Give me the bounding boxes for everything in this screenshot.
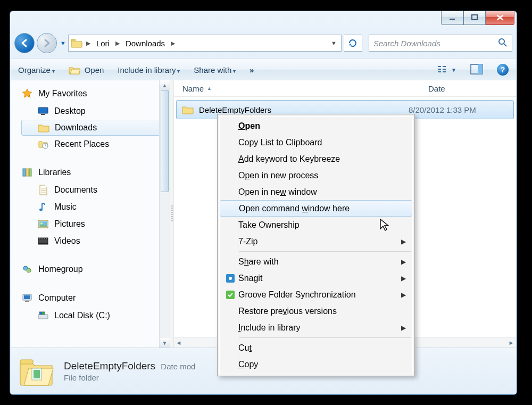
- libraries-icon: [21, 167, 33, 178]
- address-dropdown[interactable]: ▼: [331, 40, 339, 46]
- scroll-right[interactable]: ►: [506, 340, 516, 346]
- sidebar-item-downloads[interactable]: Downloads: [21, 120, 163, 136]
- context-menu-item[interactable]: Open in new process: [220, 167, 412, 184]
- svg-rect-10: [443, 71, 446, 72]
- column-headers: Name ▲ Date: [174, 80, 516, 97]
- context-menu-item[interactable]: Include in library▶: [220, 319, 412, 336]
- sidebar-item-local-disk[interactable]: Local Disk (C:): [21, 307, 170, 324]
- svg-rect-35: [38, 315, 48, 319]
- sidebar-item-recent-places[interactable]: Recent Places: [21, 136, 170, 153]
- svg-point-3: [499, 39, 504, 44]
- svg-point-19: [39, 209, 43, 211]
- back-button[interactable]: [14, 33, 35, 53]
- sidebar-item-videos[interactable]: Videos: [21, 233, 170, 250]
- context-menu-item[interactable]: Groove Folder Synchronization▶: [220, 286, 412, 303]
- favorites-header[interactable]: My Favorites: [21, 86, 170, 103]
- preview-pane-button[interactable]: [470, 64, 483, 76]
- sidebar-item-desktop[interactable]: Desktop: [21, 103, 170, 120]
- svg-rect-5: [438, 66, 441, 67]
- open-label: Open: [85, 65, 104, 75]
- include-in-library-menu[interactable]: Include in library: [118, 65, 180, 75]
- help-button[interactable]: ?: [497, 64, 509, 76]
- svg-point-43: [229, 277, 232, 280]
- context-menu-item[interactable]: Restore previous versions: [220, 303, 412, 319]
- svg-rect-36: [39, 312, 42, 315]
- breadcrumb-sep: ▶: [84, 40, 93, 47]
- breadcrumb-sep: ▶: [113, 40, 122, 47]
- svg-rect-27: [41, 238, 43, 239]
- context-menu-item[interactable]: Add keyword to Keybreeze: [220, 151, 412, 167]
- context-menu-item[interactable]: Open: [220, 118, 412, 134]
- svg-rect-6: [438, 69, 441, 70]
- forward-button[interactable]: [37, 33, 57, 53]
- organize-menu[interactable]: Organize: [18, 65, 55, 75]
- open-button[interactable]: Open: [69, 65, 104, 75]
- computer-header[interactable]: Computer: [21, 290, 170, 307]
- search-placeholder: Search Downloads: [373, 39, 440, 48]
- close-button[interactable]: [486, 11, 514, 25]
- folder-icon: [38, 123, 49, 133]
- music-icon: [37, 201, 49, 213]
- svg-line-4: [504, 44, 506, 46]
- details-type: File folder: [64, 373, 195, 382]
- sidebar-item-label: Pictures: [54, 219, 85, 229]
- sidebar-item-pictures[interactable]: Pictures: [21, 216, 170, 233]
- context-menu-item[interactable]: Open in new window: [220, 184, 412, 200]
- context-menu-item[interactable]: Copy: [220, 356, 412, 373]
- nav-history-dropdown[interactable]: ▼: [60, 40, 66, 46]
- sidebar-scrollbar[interactable]: ▲ ▼: [159, 80, 170, 348]
- svg-rect-44: [226, 291, 235, 299]
- address-bar[interactable]: ▶ Lori ▶ Downloads ▶ ▼: [68, 35, 342, 52]
- computer-icon: [21, 292, 33, 304]
- sidebar-item-music[interactable]: Music: [21, 199, 170, 216]
- context-menu-item[interactable]: Copy List to Clipboard: [220, 134, 412, 151]
- context-menu-item[interactable]: Open command window here: [220, 200, 412, 217]
- homegroup-header[interactable]: Homegroup: [21, 261, 170, 278]
- svg-rect-37: [42, 312, 45, 315]
- sidebar-item-documents[interactable]: Documents: [21, 181, 170, 199]
- minimize-button[interactable]: [441, 11, 463, 25]
- sidebar-item-label: Videos: [54, 236, 80, 246]
- breadcrumb-item[interactable]: Lori: [94, 38, 112, 49]
- maximize-button[interactable]: [463, 11, 486, 25]
- search-icon: [498, 38, 508, 49]
- scroll-left[interactable]: ◄: [174, 340, 184, 346]
- sidebar-item-label: Downloads: [55, 123, 97, 133]
- homegroup-icon: [21, 263, 33, 275]
- folder-open-icon: [69, 65, 80, 75]
- disk-icon: [37, 310, 49, 321]
- context-menu-item[interactable]: Snagit▶: [220, 270, 412, 286]
- share-with-menu[interactable]: Share with: [194, 65, 236, 75]
- svg-rect-1: [472, 15, 477, 20]
- breadcrumb-item[interactable]: Downloads: [123, 38, 167, 49]
- svg-rect-13: [38, 108, 48, 113]
- libraries-header[interactable]: Libraries: [21, 164, 170, 181]
- breadcrumb-sep: ▶: [168, 40, 178, 47]
- svg-rect-34: [25, 301, 29, 302]
- scroll-up[interactable]: ▲: [160, 80, 170, 90]
- context-menu-item[interactable]: Take Ownership: [220, 217, 412, 233]
- scroll-thumb[interactable]: [161, 90, 169, 192]
- toolbar-overflow[interactable]: »: [250, 65, 254, 75]
- details-meta: DeleteEmptyFolders Date mod File folder: [64, 360, 195, 382]
- refresh-button[interactable]: [344, 35, 362, 52]
- context-menu-item[interactable]: Share with▶: [220, 253, 412, 270]
- svg-rect-29: [46, 238, 47, 239]
- desktop-icon: [37, 105, 49, 117]
- svg-rect-33: [24, 295, 30, 299]
- scroll-down[interactable]: ▼: [160, 338, 170, 348]
- libraries-label: Libraries: [38, 168, 71, 177]
- context-menu-item[interactable]: Cut: [220, 340, 412, 356]
- column-name[interactable]: Name ▲: [174, 84, 420, 93]
- view-options-button[interactable]: ▼: [437, 65, 456, 75]
- svg-rect-0: [450, 19, 455, 20]
- svg-rect-12: [478, 64, 483, 74]
- file-date: 8/20/2012 1:33 PM: [409, 105, 476, 114]
- pane-splitter[interactable]: [170, 80, 174, 348]
- command-bar: Organize Open Include in library Share w…: [11, 58, 516, 81]
- search-box[interactable]: Search Downloads: [369, 35, 512, 52]
- column-date[interactable]: Date: [420, 84, 454, 93]
- sidebar-item-label: Recent Places: [54, 139, 109, 149]
- context-menu-item[interactable]: 7-Zip▶: [220, 233, 412, 250]
- sidebar-item-label: Local Disk (C:): [54, 311, 110, 320]
